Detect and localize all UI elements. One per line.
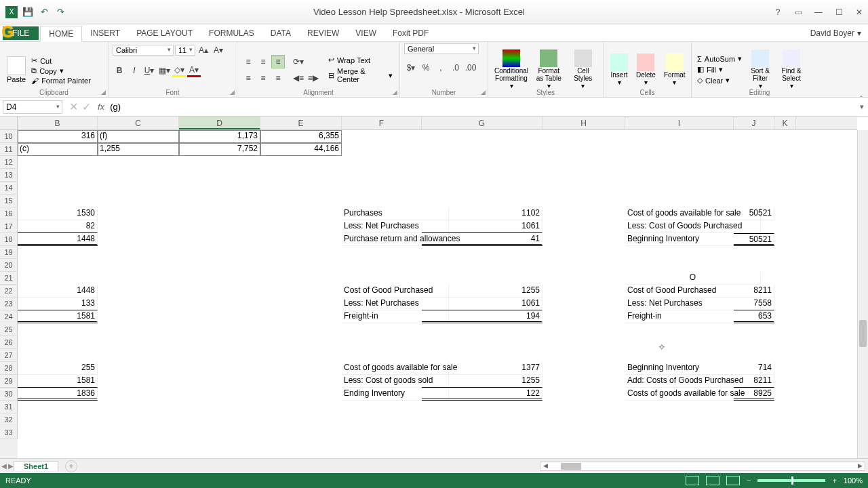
row-header-27[interactable]: 27 [0,349,18,362]
tab-home[interactable]: HOME [40,26,82,42]
cell-B30[interactable]: 1836 [18,388,98,401]
cell-J29[interactable]: 8211 [734,375,774,388]
cell-B16[interactable]: 1530 [18,207,98,220]
cell-G28[interactable]: 1377 [422,362,542,375]
font-dlg-icon[interactable]: ◢ [230,89,235,96]
clear-button[interactable]: ◇Clear ▾ [696,75,743,85]
row-header-18[interactable]: 18 [0,233,18,246]
row-header-17[interactable]: 17 [0,220,18,233]
cell-B10[interactable]: 316 [18,130,98,143]
find-select-button[interactable]: Find & Select▾ [777,48,806,91]
row-header-10[interactable]: 10 [0,130,18,143]
cell-C10[interactable]: (f) [98,130,179,143]
cell-G18[interactable]: 41 [422,233,542,246]
cell-G29[interactable]: 1255 [422,375,542,388]
column-headers[interactable]: BCDEFGHIJK [18,117,857,130]
row-header-21[interactable]: 21 [0,272,18,285]
alignment-dlg-icon[interactable]: ◢ [393,89,397,96]
row-header-33[interactable]: 33 [0,426,18,439]
cell-grid[interactable]: 316(f)1,1736,355(c)1,2557,75244,1661530P… [18,130,857,458]
cell-D10[interactable]: 1,173 [179,130,260,143]
prev-sheet-icon[interactable]: ◀ [1,462,7,470]
inc-decimal-icon[interactable]: .0 [449,61,462,75]
cell-J16[interactable]: 50521 [734,207,774,220]
comma-icon[interactable]: , [434,61,448,75]
bold-button[interactable]: B [113,64,126,77]
col-header-D[interactable]: D [179,117,260,129]
col-header-H[interactable]: H [542,117,625,129]
cell-B17[interactable]: 82 [18,220,98,233]
tab-formulas[interactable]: FORMULAS [201,26,262,41]
fill-color-button[interactable]: ◇▾ [172,64,186,77]
row-header-14[interactable]: 14 [0,182,18,195]
cell-J18[interactable]: 50521 [734,233,774,246]
row-header-13[interactable]: 13 [0,169,18,182]
align-bottom-icon[interactable]: ≡ [271,55,285,68]
format-cells-button[interactable]: Format▾ [661,52,688,87]
clipboard-dlg-icon[interactable]: ◢ [101,89,106,96]
fill-button[interactable]: ◧Fill ▾ [696,64,743,75]
italic-button[interactable]: I [127,64,141,77]
row-header-12[interactable]: 12 [0,156,18,169]
page-break-view-icon[interactable] [726,476,740,485]
cell-J30[interactable]: 8925 [734,388,774,401]
cancel-formula-icon[interactable]: ✕ [69,100,78,113]
maximize-icon[interactable]: ☐ [833,6,845,18]
row-header-16[interactable]: 16 [0,207,18,220]
col-header-I[interactable]: I [625,117,734,129]
help-icon[interactable]: ? [772,6,784,18]
font-size-select[interactable]: 11 [175,45,195,56]
col-header-F[interactable]: F [342,117,422,129]
tab-review[interactable]: REVIEW [299,26,347,41]
cell-I17[interactable]: Less: Cost of Goods Purchased [625,220,761,233]
align-right-icon[interactable]: ≡ [271,71,285,85]
row-header-22[interactable]: 22 [0,285,18,298]
row-header-20[interactable]: 20 [0,259,18,272]
cell-D11[interactable]: 7,752 [179,143,260,156]
cell-G30[interactable]: 122 [422,388,542,401]
shrink-font-icon[interactable]: A▾ [212,43,225,57]
cell-G23[interactable]: 1061 [422,298,542,310]
currency-icon[interactable]: $▾ [404,61,418,75]
cell-styles-button[interactable]: Cell Styles▾ [568,48,599,91]
tab-insert[interactable]: INSERT [82,26,128,41]
row-header-31[interactable]: 31 [0,401,18,413]
paste-button[interactable]: Paste [4,55,28,85]
zoom-slider[interactable] [757,479,825,482]
orientation-icon[interactable]: ⟳▾ [292,55,305,68]
user-name[interactable]: David Boyer ▾ [810,28,868,38]
cell-G24[interactable]: 194 [422,310,542,323]
cell-J24[interactable]: 653 [734,310,774,323]
vertical-scrollbar[interactable] [857,130,868,458]
h-scroll-thumb[interactable] [561,463,581,470]
formula-input[interactable]: (g) [107,100,868,113]
dec-decimal-icon[interactable]: .00 [464,61,477,75]
fx-icon[interactable]: fx [95,102,107,112]
font-name-select[interactable]: Calibri [113,45,174,56]
file-tab[interactable]: G FILE [3,26,39,40]
row-header-26[interactable]: 26 [0,336,18,349]
scroll-right-icon[interactable]: ▶ [855,462,865,469]
cell-B24[interactable]: 1581 [18,310,98,323]
inc-indent-icon[interactable]: ≡▶ [307,71,320,85]
row-header-19[interactable]: 19 [0,246,18,259]
row-header-32[interactable]: 32 [0,413,18,426]
row-header-29[interactable]: 29 [0,375,18,388]
tab-data[interactable]: DATA [262,26,299,41]
cell-J28[interactable]: 714 [734,362,774,375]
tab-page-layout[interactable]: PAGE LAYOUT [128,26,201,41]
percent-icon[interactable]: % [419,61,433,75]
cell-B18[interactable]: 1448 [18,233,98,246]
normal-view-icon[interactable] [686,476,699,485]
autosum-button[interactable]: ΣAutoSum ▾ [696,54,743,64]
insert-cells-button[interactable]: Insert▾ [608,52,631,87]
zoom-out-icon[interactable]: − [747,476,751,485]
col-header-G[interactable]: G [422,117,542,129]
row-header-23[interactable]: 23 [0,298,18,310]
minimize-icon[interactable]: — [812,6,825,18]
row-header-25[interactable]: 25 [0,323,18,336]
borders-button[interactable]: ▦▾ [157,64,171,77]
align-top-icon[interactable]: ≡ [241,55,255,68]
cell-J22[interactable]: 8211 [734,285,774,298]
col-header-E[interactable]: E [260,117,342,129]
